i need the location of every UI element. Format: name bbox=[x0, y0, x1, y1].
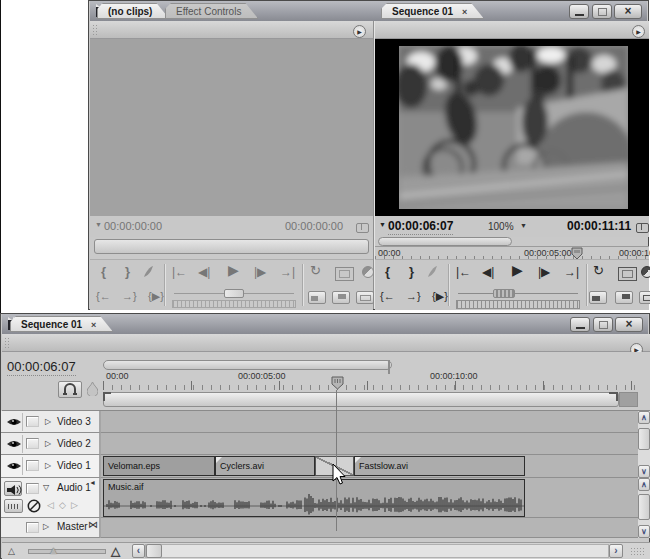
tab-sequence-01[interactable]: Sequence 01 × bbox=[381, 3, 484, 19]
work-area-start-bracket[interactable] bbox=[103, 392, 111, 401]
track-content-video2[interactable] bbox=[101, 433, 638, 455]
set-marker-droplet-icon[interactable] bbox=[87, 382, 98, 396]
track-lock-checkbox[interactable] bbox=[26, 460, 39, 471]
toggle-track-output-button[interactable] bbox=[4, 481, 22, 496]
output-button[interactable] bbox=[362, 266, 374, 278]
zoom-dropdown-icon[interactable]: ▼ bbox=[520, 222, 527, 229]
goto-out-button[interactable]: →} bbox=[122, 289, 137, 303]
set-marker-button[interactable] bbox=[426, 265, 438, 278]
scroll-up-button[interactable]: ∧ bbox=[638, 411, 650, 424]
track-content-audio1[interactable]: Music.aif bbox=[101, 478, 638, 518]
tab-close-icon[interactable]: × bbox=[462, 7, 467, 17]
source-scrub-bar[interactable] bbox=[94, 239, 369, 254]
track-content-master[interactable] bbox=[101, 518, 638, 538]
tab-sequence-01[interactable]: Sequence 01 × bbox=[10, 316, 113, 332]
extract-button[interactable] bbox=[615, 291, 633, 304]
collapse-track-icon[interactable]: ▽ bbox=[43, 483, 49, 492]
track-label[interactable]: Video 1 bbox=[57, 460, 91, 471]
program-time-ruler[interactable]: 00:00 00:00:05:00 00:00:10:00 00: bbox=[375, 246, 649, 260]
toggle-track-output-icon[interactable] bbox=[6, 461, 22, 471]
shuttle-thumb[interactable] bbox=[493, 289, 515, 298]
loop-button[interactable]: ↻ bbox=[593, 264, 604, 278]
safe-margins-button[interactable] bbox=[618, 267, 637, 281]
jog-strip[interactable] bbox=[456, 300, 580, 309]
timeline-playhead-marker[interactable] bbox=[331, 376, 344, 390]
expand-track-icon[interactable]: ▷ bbox=[43, 522, 49, 531]
next-edit-button[interactable]: →| bbox=[280, 265, 295, 279]
track-label[interactable]: Video 3 bbox=[57, 416, 91, 427]
jog-strip[interactable] bbox=[172, 300, 296, 308]
track-label[interactable]: Master bbox=[57, 521, 88, 532]
step-forward-button[interactable]: |▶ bbox=[254, 265, 266, 279]
work-area-end-bracket[interactable] bbox=[609, 392, 618, 401]
output-button[interactable] bbox=[641, 266, 650, 278]
set-marker-button[interactable] bbox=[142, 265, 154, 278]
play-in-to-out-button[interactable]: {▶} bbox=[148, 289, 164, 303]
goto-in-button[interactable]: {← bbox=[96, 289, 111, 303]
playhead-line[interactable] bbox=[336, 390, 337, 531]
play-button[interactable]: ▶ bbox=[512, 263, 523, 277]
source-current-timecode[interactable]: 00:00:00:00 bbox=[104, 220, 162, 232]
audio-scrollbar[interactable]: ∧ ∨ bbox=[638, 478, 650, 538]
track-content-video3[interactable] bbox=[101, 411, 638, 433]
track-lock-checkbox[interactable] bbox=[26, 483, 39, 494]
clip-fastslow[interactable]: Fastslow.avi bbox=[354, 456, 525, 476]
track-label[interactable]: Audio 1 bbox=[57, 482, 91, 493]
viewing-area-bar-end[interactable] bbox=[388, 360, 390, 374]
zoom-in-icon[interactable]: △ bbox=[111, 544, 120, 558]
panel-divider[interactable] bbox=[373, 21, 374, 309]
work-area-bar[interactable] bbox=[103, 392, 619, 407]
panel-grip[interactable] bbox=[4, 337, 9, 350]
tab-close-icon[interactable]: × bbox=[91, 320, 96, 330]
minimize-button[interactable] bbox=[569, 4, 589, 19]
scroll-down-button[interactable]: ∨ bbox=[638, 465, 650, 478]
shuttle-track[interactable] bbox=[458, 293, 578, 294]
prev-edit-button[interactable]: |← bbox=[456, 265, 471, 279]
scrollbar-thumb[interactable] bbox=[638, 494, 650, 520]
clip-veloman[interactable]: Veloman.eps bbox=[103, 456, 215, 476]
play-in-to-out-button[interactable]: {▶} bbox=[432, 289, 448, 303]
expand-track-icon[interactable]: ▷ bbox=[45, 439, 51, 448]
scroll-left-button[interactable]: ‹ bbox=[132, 544, 145, 558]
ruler-major-ticks[interactable] bbox=[103, 381, 639, 390]
goto-in-button[interactable]: {← bbox=[380, 289, 395, 303]
track-lock-checkbox[interactable] bbox=[26, 438, 39, 449]
shuttle-thumb[interactable] bbox=[224, 289, 244, 298]
snap-button[interactable] bbox=[58, 381, 82, 398]
maximize-button[interactable] bbox=[593, 317, 613, 332]
step-back-button[interactable]: ◀| bbox=[482, 265, 494, 279]
zoom-out-icon[interactable]: △ bbox=[8, 546, 15, 556]
track-lock-checkbox[interactable] bbox=[26, 522, 39, 533]
viewing-area-bar[interactable] bbox=[103, 360, 392, 370]
scrollbar-thumb[interactable] bbox=[638, 428, 650, 450]
insert-button[interactable] bbox=[308, 291, 326, 304]
program-zoom-level[interactable]: 100% bbox=[488, 221, 514, 232]
step-forward-button[interactable]: |▶ bbox=[538, 265, 550, 279]
tab-effect-controls[interactable]: Effect Controls bbox=[165, 3, 258, 19]
source-panel-menu-button[interactable]: ▶ bbox=[353, 25, 366, 38]
set-in-button[interactable]: { bbox=[385, 265, 390, 279]
track-label[interactable]: Video 2 bbox=[57, 438, 91, 449]
clip-cyclers[interactable]: Cyclers.avi bbox=[215, 456, 315, 476]
trim-button[interactable] bbox=[356, 291, 374, 304]
scroll-up-button[interactable]: ∧ bbox=[638, 478, 650, 491]
lift-button[interactable] bbox=[589, 291, 607, 304]
maximize-button[interactable] bbox=[592, 4, 612, 19]
safe-margins-button[interactable] bbox=[335, 267, 354, 281]
play-button[interactable]: ▶ bbox=[228, 263, 239, 277]
toggle-track-output-icon[interactable] bbox=[6, 439, 22, 449]
scroll-right-button[interactable]: › bbox=[609, 544, 623, 558]
prev-edit-button[interactable]: |← bbox=[172, 265, 187, 279]
expand-track-icon[interactable]: ▷ bbox=[45, 417, 51, 426]
close-button[interactable]: × bbox=[614, 4, 642, 19]
toggle-track-output-icon[interactable] bbox=[6, 417, 22, 427]
goto-out-button[interactable]: →} bbox=[406, 289, 421, 303]
panel-grip[interactable] bbox=[92, 24, 97, 37]
export-frame-button[interactable] bbox=[639, 291, 650, 304]
minimize-button[interactable] bbox=[570, 317, 590, 332]
overlay-button[interactable] bbox=[332, 291, 350, 304]
zoom-slider-thumb[interactable]: ▲ bbox=[48, 544, 59, 556]
source-tc-arrow-icon[interactable]: ▼ bbox=[95, 221, 102, 228]
clip-music[interactable]: Music.aif bbox=[103, 479, 525, 517]
track-content-video1[interactable]: Veloman.eps Cyclers.avi Fastslow.avi bbox=[101, 455, 638, 478]
